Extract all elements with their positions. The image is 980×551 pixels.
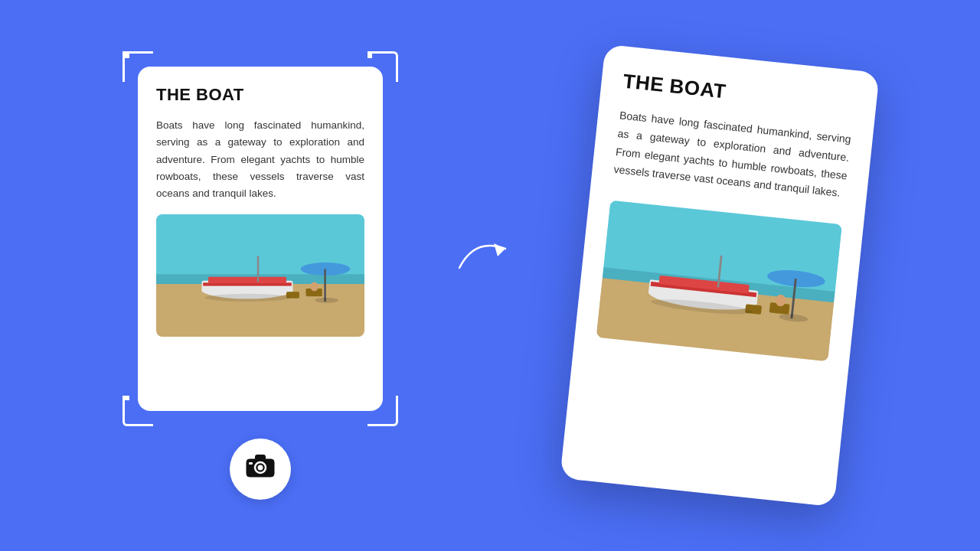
svg-point-14 — [205, 294, 290, 302]
right-card-text: Boats have long fascinated humankind, se… — [612, 106, 851, 203]
scan-border: THE BOAT Boats have long fascinated huma… — [122, 51, 398, 426]
svg-rect-16 — [255, 455, 266, 461]
camera-icon — [246, 454, 275, 484]
left-card: THE BOAT Boats have long fascinated huma… — [138, 67, 383, 411]
arrow-svg — [452, 222, 528, 283]
main-container: THE BOAT Boats have long fascinated huma… — [0, 0, 980, 551]
arrow-area — [444, 222, 536, 283]
svg-point-13 — [310, 282, 318, 292]
left-card-title: THE BOAT — [156, 85, 364, 105]
corner-br — [368, 396, 398, 426]
right-card: THE BOAT Boats have long fascinated huma… — [560, 44, 880, 507]
svg-rect-19 — [249, 462, 253, 465]
right-area: THE BOAT Boats have long fascinated huma… — [582, 57, 858, 494]
svg-marker-20 — [494, 243, 505, 256]
svg-point-10 — [315, 298, 338, 303]
svg-rect-9 — [324, 269, 326, 302]
corner-tr — [368, 51, 398, 82]
left-area: THE BOAT Boats have long fascinated huma… — [122, 51, 398, 500]
svg-rect-6 — [208, 277, 286, 284]
svg-rect-7 — [257, 256, 260, 282]
left-card-text: Boats have long fascinated humankind, se… — [156, 117, 364, 202]
camera-button[interactable] — [230, 439, 291, 500]
corner-tl — [122, 51, 153, 82]
right-boat-image — [596, 201, 842, 362]
left-boat-image — [156, 214, 364, 337]
corner-bl — [122, 396, 153, 426]
svg-point-18 — [258, 465, 263, 471]
